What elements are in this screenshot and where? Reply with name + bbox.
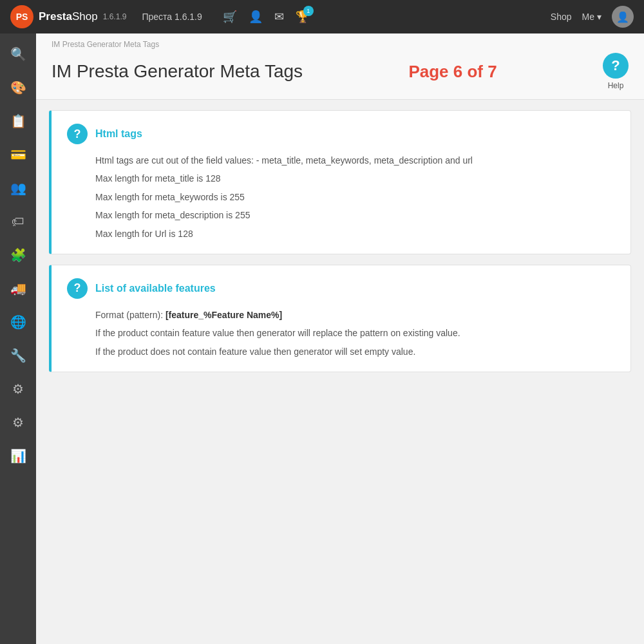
help-icon: ? xyxy=(603,53,629,79)
nav-version: 1.6.1.9 xyxy=(103,12,127,21)
sidebar-item-catalog[interactable]: 📋 xyxy=(3,106,33,137)
sidebar-item-customers[interactable]: 👥 xyxy=(3,173,33,204)
page-indicator: Page 6 of 7 xyxy=(408,62,497,82)
info-box-features: ? List of available features Format (pat… xyxy=(49,265,631,372)
page-header: IM Presta Generator Meta Tags IM Presta … xyxy=(36,33,644,100)
sidebar-item-promotions[interactable]: 🏷 xyxy=(3,206,33,237)
me-button[interactable]: Me ▾ xyxy=(582,12,601,22)
nav-right: Shop Me ▾ 👤 xyxy=(551,6,634,28)
info-box-1-line5: Max length for Url is 128 xyxy=(95,227,615,241)
format-prefix: Format (pattern): xyxy=(95,310,166,320)
notification-badge: 1 xyxy=(303,6,314,16)
nav-icon-group: 🛒 👤 ✉ 🏆 1 xyxy=(223,10,310,24)
page-title-row: IM Presta Generator Meta Tags Page 6 of … xyxy=(52,53,629,90)
sidebar-item-localization[interactable]: 🌐 xyxy=(3,307,33,337)
sidebar-item-advanced-settings[interactable]: ⚙ xyxy=(3,374,33,404)
person-icon[interactable]: 👤 xyxy=(249,10,263,24)
main-content: IM Presta Generator Meta Tags IM Presta … xyxy=(36,33,644,644)
info-box-2-line2: If the product does not contain feature … xyxy=(95,345,615,359)
info-box-1-line4: Max length for meta_description is 255 xyxy=(95,208,615,222)
format-pattern: [feature_%Feature Name%] xyxy=(166,310,282,320)
sidebar-item-settings[interactable]: ⚙ xyxy=(3,407,33,438)
logo-icon: PS xyxy=(10,5,33,28)
info-box-1-line2: Max length for meta_title is 128 xyxy=(95,171,615,185)
info-box-1-title: Html tags xyxy=(95,128,142,140)
sidebar-item-dashboard[interactable]: 🎨 xyxy=(3,72,33,103)
help-button[interactable]: ? Help xyxy=(603,53,629,90)
info-box-html-tags: ? Html tags Html tags are cut out of the… xyxy=(49,110,631,254)
brand-name: PrestaShop xyxy=(39,10,98,23)
avatar[interactable]: 👤 xyxy=(612,6,634,28)
nav-store-name: Преста 1.6.1.9 xyxy=(142,12,202,22)
breadcrumb: IM Presta Generator Meta Tags xyxy=(52,40,629,49)
sidebar: 🔍 🎨 📋 💳 👥 🏷 🧩 🚚 🌐 🔧 ⚙ ⚙ 📊 xyxy=(0,33,36,644)
info-icon-2: ? xyxy=(67,278,88,299)
sidebar-item-orders[interactable]: 💳 xyxy=(3,139,33,170)
help-label: Help xyxy=(608,81,624,90)
shop-button[interactable]: Shop xyxy=(551,12,572,22)
info-box-2-title: List of available features xyxy=(95,283,216,294)
info-icon-1: ? xyxy=(67,124,88,144)
info-box-2-format: Format (pattern): [feature_%Feature Name… xyxy=(95,308,615,322)
info-box-1-header: ? Html tags xyxy=(67,124,615,144)
info-box-1-text: Html tags are cut out of the field value… xyxy=(95,153,615,241)
top-navigation: PS PrestaShop 1.6.1.9 Преста 1.6.1.9 🛒 👤… xyxy=(0,0,644,33)
info-box-2-text: Format (pattern): [feature_%Feature Name… xyxy=(95,308,615,359)
main-layout: 🔍 🎨 📋 💳 👥 🏷 🧩 🚚 🌐 🔧 ⚙ ⚙ 📊 IM Presta Gene… xyxy=(0,33,644,644)
sidebar-item-stats[interactable]: 📊 xyxy=(3,440,33,471)
sidebar-item-shipping[interactable]: 🚚 xyxy=(3,273,33,304)
trophy-icon[interactable]: 🏆 1 xyxy=(296,10,310,24)
info-box-1-line1: Html tags are cut out of the field value… xyxy=(95,153,615,167)
info-box-2-line1: If the product contain feature value the… xyxy=(95,326,615,340)
info-box-1-line3: Max length for meta_keywords is 255 xyxy=(95,190,615,204)
sidebar-item-modules[interactable]: 🧩 xyxy=(3,240,33,270)
page-title: IM Presta Generator Meta Tags xyxy=(52,61,303,82)
content-body: ? Html tags Html tags are cut out of the… xyxy=(36,100,644,393)
email-icon[interactable]: ✉ xyxy=(274,10,284,24)
sidebar-item-preferences[interactable]: 🔧 xyxy=(3,340,33,371)
info-box-2-header: ? List of available features xyxy=(67,278,615,299)
nav-logo[interactable]: PS PrestaShop 1.6.1.9 xyxy=(10,5,126,28)
cart-icon[interactable]: 🛒 xyxy=(223,10,237,24)
sidebar-item-search[interactable]: 🔍 xyxy=(3,39,33,70)
